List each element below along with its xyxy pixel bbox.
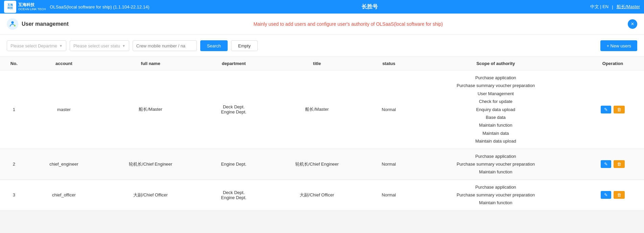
cell-department: Deck Dept.Engine Dept. [201,70,266,149]
separator: | [612,4,613,9]
delete-button[interactable]: 🗑 [614,191,625,199]
toolbar: Please select Departme ▼ Please select u… [0,35,644,57]
cell-status: Normal [368,149,410,179]
cell-account: master [28,70,100,149]
cell-no: 1 [0,70,28,149]
cell-account: chief_engineer [28,149,100,179]
logo-box: 互海科技 [4,1,16,13]
delete-button[interactable]: 🗑 [614,160,625,168]
department-placeholder: Please select Departme [10,43,57,48]
status-chevron-icon: ▼ [122,44,125,48]
table-row: 1 master 船长/Master Deck Dept.Engine Dept… [0,70,644,149]
cell-fullname: 船长/Master [100,70,201,149]
cell-scope: Purchase applicationPurchase summary vou… [410,70,581,149]
logo-text: 互海科技 OCEAN LINK TECH [18,2,46,11]
cell-account: chief_officer [28,179,100,210]
cell-scope: Purchase applicationPurchase summary vou… [410,179,581,210]
cell-no: 2 [0,149,28,179]
edit-button[interactable]: ✎ [601,106,611,113]
table-header-row: No. account full name department title s… [0,57,644,70]
department-select[interactable]: Please select Departme ▼ [7,40,66,51]
col-department: department [201,57,266,70]
navbar-left: 互海科技 互海科技 OCEAN LINK TECH OLSaaS(local s… [4,1,149,13]
department-chevron-icon: ▼ [59,44,63,48]
logo-icon: 互海科技 [7,4,13,10]
user-management-icon [7,18,18,30]
logo: 互海科技 互海科技 OCEAN LINK TECH [4,1,46,13]
svg-point-0 [11,21,14,24]
col-status: status [368,57,410,70]
cell-status: Normal [368,70,410,149]
delete-button[interactable]: 🗑 [614,106,625,113]
cell-operation: ✎ 🗑 [581,149,644,179]
user-menu[interactable]: 船长/Master [617,4,640,10]
col-scope: Scope of authority [410,57,581,70]
page-header: User management Mainly used to add users… [0,14,644,35]
col-no: No. [0,57,28,70]
status-placeholder: Please select user statu [73,43,120,48]
mobile-search-input[interactable] [133,40,197,51]
empty-button[interactable]: Empty [231,40,258,51]
edit-button[interactable]: ✎ [601,191,611,199]
page-description: Mainly used to add users and configure u… [253,21,443,27]
status-select[interactable]: Please select user statu ▼ [70,40,129,51]
cell-fullname: 轮机长/Chief Engineer [100,149,201,179]
cell-fullname: 大副/Chief Officer [100,179,201,210]
col-title: title [266,57,368,70]
col-operation: Operation [581,57,644,70]
language-switcher[interactable]: 中文 | EN [590,4,609,10]
cell-department: Engine Dept. [201,149,266,179]
col-fullname: full name [100,57,201,70]
close-button[interactable]: × [628,19,637,29]
table-header: No. account full name department title s… [0,57,644,70]
new-users-button[interactable]: + New users [600,40,637,51]
col-account: account [28,57,100,70]
logo-company: 互海科技 [18,2,46,7]
user-table-container: No. account full name department title s… [0,57,644,211]
edit-button[interactable]: ✎ [601,160,611,168]
cell-status: Normal [368,179,410,210]
page-title: User management [22,21,69,27]
navbar-right: 中文 | EN | 船长/Master [590,4,640,10]
cell-operation: ✎ 🗑 [581,179,644,210]
search-button[interactable]: Search [200,40,228,51]
table-body: 1 master 船长/Master Deck Dept.Engine Dept… [0,70,644,211]
toolbar-right: + New users [600,40,637,51]
ship-name: 长胜号 [362,3,378,10]
logo-subtitle: OCEAN LINK TECH [18,7,46,11]
cell-title: 船长/Master [266,70,368,149]
cell-department: Deck Dept.Engine Dept. [201,179,266,210]
table-row: 2 chief_engineer 轮机长/Chief Engineer Engi… [0,149,644,179]
cell-operation: ✎ 🗑 [581,70,644,149]
app-title: OLSaaS(local software for ship) (1.1.104… [50,4,149,9]
cell-scope: Purchase applicationPurchase summary vou… [410,149,581,179]
user-table: No. account full name department title s… [0,57,644,211]
table-row: 3 chief_officer 大副/Chief Officer Deck De… [0,179,644,210]
cell-title: 轮机长/Chief Engineer [266,149,368,179]
cell-no: 3 [0,179,28,210]
navbar: 互海科技 互海科技 OCEAN LINK TECH OLSaaS(local s… [0,0,644,14]
cell-title: 大副/Chief Officer [266,179,368,210]
page-header-left: User management [7,18,69,30]
